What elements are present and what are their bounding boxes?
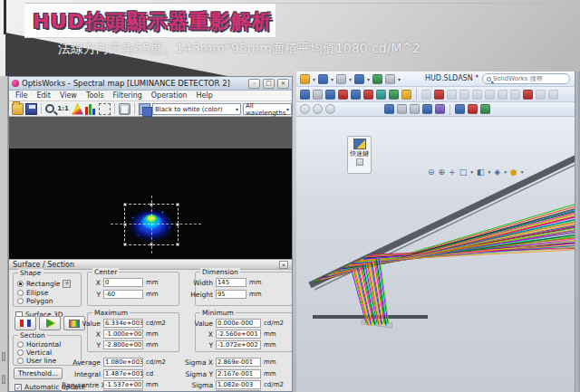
toolbar-icon[interactable] — [459, 90, 469, 100]
open-icon[interactable] — [12, 103, 24, 115]
select-area-icon[interactable] — [99, 103, 111, 115]
unit-label: mm — [146, 381, 159, 388]
toolbar-icon[interactable] — [523, 90, 533, 100]
radio-polygon[interactable]: Polygon — [17, 297, 53, 305]
chevron-down-icon[interactable]: ▾ — [367, 76, 370, 82]
toolbar-icon[interactable] — [421, 90, 431, 100]
radio-user-line[interactable]: User line — [17, 357, 56, 365]
integral-row: Integral 1.487e+001 cd — [62, 369, 153, 378]
solidworks-assembly-toolbar — [296, 87, 580, 102]
maximum-x: -1.000e+001 — [103, 330, 143, 339]
toolbar-icon[interactable] — [510, 90, 520, 100]
width-input[interactable] — [216, 278, 246, 287]
toolbar-icon[interactable] — [447, 90, 457, 100]
radio-ellipse[interactable]: Ellipse — [17, 289, 48, 297]
separator — [416, 89, 417, 100]
center-x-input[interactable] — [103, 278, 143, 287]
panel-close-icon[interactable]: × — [279, 261, 288, 269]
toolbar-icon[interactable] — [313, 90, 323, 100]
search-input[interactable] — [493, 75, 562, 82]
toolbar-icon[interactable] — [376, 90, 386, 100]
menu-help[interactable]: Help — [197, 91, 213, 100]
search-box[interactable] — [482, 73, 570, 84]
toolbar-icon[interactable] — [480, 104, 490, 114]
toolbar-icon[interactable] — [498, 90, 508, 100]
toolbar-icon[interactable] — [338, 90, 348, 100]
maximize-button[interactable]: □ — [263, 79, 275, 89]
toolbar-icon[interactable] — [472, 90, 482, 100]
zoom-icon[interactable] — [45, 104, 54, 113]
optisworks-titlebar[interactable]: OptisWorks - Spectral map [LUMINANCE DET… — [9, 77, 292, 91]
layers-icon[interactable] — [139, 103, 150, 115]
height-input[interactable] — [216, 290, 246, 299]
minimize-button[interactable]: – — [248, 79, 260, 89]
toolbar-icon[interactable] — [389, 90, 399, 100]
detector-margin — [9, 117, 292, 148]
selection-handle[interactable] — [150, 203, 153, 206]
toolbar-icon[interactable] — [548, 90, 558, 100]
surface-section-titlebar[interactable]: Surface / Section × — [9, 259, 292, 270]
toolbar-icon[interactable] — [351, 90, 361, 100]
rebuild-icon[interactable] — [372, 74, 382, 84]
menu-tools[interactable]: Tools — [86, 91, 104, 100]
radio-vertical[interactable]: Vertical — [17, 349, 52, 357]
selection-handle[interactable] — [176, 243, 179, 246]
ray-svg[interactable] — [296, 136, 580, 392]
clipboard-icon[interactable] — [119, 103, 130, 115]
model-viewport[interactable]: 快速鍵 ⊖ ⊕ + □ ▾ ◧ ▾ ◈ ▾ ● ▾ — [296, 117, 580, 392]
luminance-map-view[interactable] — [9, 148, 292, 259]
chevron-down-icon[interactable]: ▾ — [331, 76, 334, 82]
chevron-down-icon[interactable]: ▾ — [313, 76, 315, 82]
selection-handle[interactable] — [123, 203, 127, 206]
print-icon[interactable] — [336, 74, 346, 84]
toolbar-icon[interactable] — [485, 90, 495, 100]
toolbar-icon[interactable] — [313, 104, 323, 114]
toolbar-icon[interactable] — [455, 104, 465, 114]
toolbar-icon[interactable] — [300, 90, 310, 100]
selection-handle[interactable] — [150, 243, 153, 246]
threshold-button[interactable]: Threshold... — [14, 368, 63, 379]
selection-handle[interactable] — [176, 223, 179, 226]
toolbar-icon[interactable] — [401, 90, 411, 100]
toolbar-icon[interactable] — [384, 104, 394, 114]
toolbar-icon[interactable] — [325, 90, 335, 100]
selection-handle[interactable] — [123, 223, 127, 226]
toolbar-icon[interactable] — [434, 90, 444, 100]
selection-rectangle[interactable] — [124, 204, 179, 245]
save-icon[interactable] — [318, 74, 328, 84]
toolbar-icon[interactable] — [468, 104, 478, 114]
toolbar-icon[interactable] — [325, 104, 335, 114]
close-button[interactable]: × — [277, 79, 289, 89]
actual-size-icon[interactable]: 1:1 — [56, 103, 70, 115]
chevron-down-icon[interactable]: ▾ — [349, 76, 352, 82]
toolbar-icon[interactable] — [410, 104, 420, 114]
toolbar-icon[interactable] — [435, 104, 445, 114]
undo-icon[interactable] — [354, 74, 364, 84]
open-icon[interactable] — [300, 74, 310, 84]
palette-dropdown[interactable]: Black to white (color) ▾ — [152, 103, 241, 115]
cie-button[interactable] — [39, 316, 61, 330]
colorbar-button[interactable] — [14, 316, 36, 330]
chevron-down-icon[interactable]: ▾ — [398, 76, 401, 82]
menu-edit[interactable]: Edit — [36, 91, 51, 100]
toolbar-icon[interactable] — [300, 104, 310, 114]
toolbar-icon[interactable] — [397, 104, 407, 114]
toolbar-icon[interactable] — [422, 104, 432, 114]
menu-operation[interactable]: Operation — [151, 91, 188, 100]
radio-horizontal[interactable]: Horizontal — [17, 340, 61, 349]
menu-filtering[interactable]: Filtering — [113, 91, 142, 100]
menu-view[interactable]: View — [60, 91, 77, 100]
save-icon[interactable] — [25, 103, 37, 115]
wavelength-dropdown[interactable]: All wavelengths ▾ — [243, 103, 292, 115]
options-icon[interactable] — [385, 74, 395, 84]
toolbar-icon[interactable] — [536, 90, 546, 100]
rgb-icon[interactable] — [85, 103, 97, 115]
menu-file[interactable]: File — [15, 91, 27, 100]
toolbar-icon[interactable] — [363, 90, 373, 100]
cie-diagram-icon[interactable] — [72, 103, 83, 115]
selection-handle[interactable] — [123, 243, 127, 246]
solidworks-view-toolbar — [296, 102, 580, 117]
center-y-input[interactable] — [103, 290, 143, 299]
sigma-y-row: Sigma Y 2.167e-001 mm — [177, 369, 276, 378]
selection-handle[interactable] — [176, 203, 179, 206]
